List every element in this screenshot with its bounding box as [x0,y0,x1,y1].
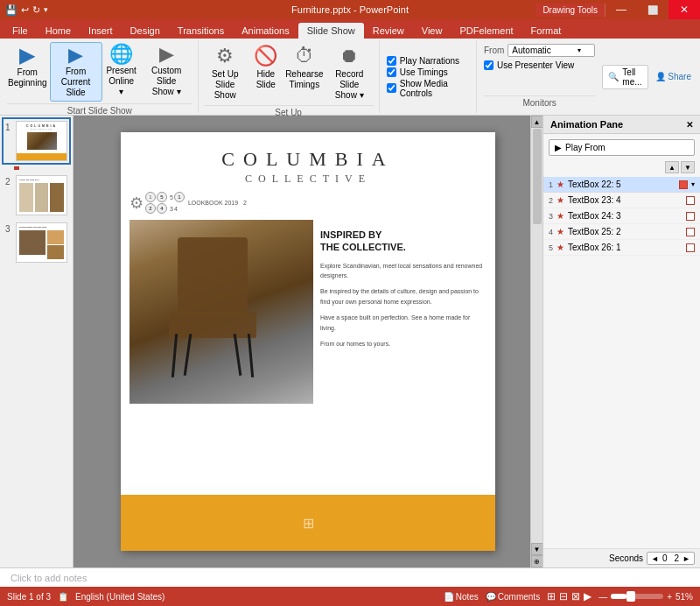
tab-review[interactable]: Review [364,23,413,39]
lookbook-label: LOOKBOOK 2019 [188,200,238,206]
comments-status-label: Comments [498,592,540,602]
anim-num-3: 3 [549,212,553,221]
zoom-label: 51% [676,592,693,602]
use-timings-checkbox[interactable]: Use Timings [387,67,469,77]
share-button[interactable]: 👤 Share [655,72,691,81]
sort-down-button[interactable]: ▼ [681,161,695,173]
scroll-fit-button[interactable]: ⊕ [531,555,543,567]
save-icon[interactable]: 💾 [5,4,18,16]
use-presenter-view-input[interactable] [484,60,494,70]
timeline-controls[interactable]: ◄ 0 2 ► [647,552,695,565]
slideshow-view-button[interactable]: ▶ [584,590,592,602]
tab-slide-show[interactable]: Slide Show [298,23,364,39]
comments-button[interactable]: 💬 Comments [486,592,540,602]
ribbon-group-setup: ⚙ Set UpSlide Show 🚫 HideSlide ⏱ Rehears… [199,40,380,113]
rehearse-timings-button[interactable]: ⏱ RehearseTimings [285,42,324,93]
content-area: 1 COLUMBIA COLLECTIVE 2 LOOK OF THE DAY [0,116,700,567]
slide-title-area: COLUMBIA COLLECTIVE [121,148,495,186]
show-media-controls-checkbox[interactable]: Show Media Controls [387,79,469,98]
tab-design[interactable]: Design [122,23,169,39]
animation-item-5[interactable]: 5 ★ TextBox 26: 1 [543,240,700,256]
notes-button[interactable]: 📄 Notes [444,592,479,602]
timeline-prev-button[interactable]: ◄ [651,554,659,563]
animation-item-4[interactable]: 4 ★ TextBox 25: 2 [543,224,700,240]
monitor-dropdown-row: From Automatic ▾ [484,44,595,57]
monitor-dropdown-value: Automatic [512,46,550,55]
from-beginning-button[interactable]: ▶ FromBeginning [7,42,48,91]
use-timings-label: Use Timings [400,67,448,77]
tab-file[interactable]: File [4,23,37,39]
zoom-out-button[interactable]: — [598,592,607,602]
present-online-label: PresentOnline ▾ [106,66,136,97]
node-4: 4 [157,203,167,214]
monitor-dropdown-arrow: ▾ [578,46,581,54]
ribbon-group-monitors: From Automatic ▾ Use Presenter View Moni… [477,40,602,113]
tell-me-input[interactable]: 🔍 Tell me... [602,65,648,89]
from-beginning-label: FromBeginning [8,67,46,88]
play-narrations-checkbox[interactable]: Play Narrations [387,56,469,66]
node-2: 2 [145,203,156,214]
scroll-up-button[interactable]: ▲ [531,116,543,128]
minimize-button[interactable]: — [606,0,637,19]
restore-button[interactable]: ⬜ [637,0,668,19]
sort-up-button[interactable]: ▲ [665,161,679,173]
zoom-slider[interactable] [611,594,663,599]
anim-dropdown-1[interactable]: ▾ [691,180,695,188]
close-button[interactable]: ✕ [668,0,700,19]
slide-sorter-button[interactable]: ⊟ [559,590,568,602]
tab-insert[interactable]: Insert [80,23,122,39]
set-up-slide-show-button[interactable]: ⚙ Set UpSlide Show [204,42,247,103]
rehearse-timings-icon: ⏱ [295,45,314,67]
tab-format[interactable]: Format [522,23,570,39]
monitor-dropdown[interactable]: Automatic ▾ [508,44,595,57]
slide-canvas[interactable]: COLUMBIA COLLECTIVE ⚙ 1 5 5 1 2 4 3 [121,132,495,551]
present-online-button[interactable]: 🌐 PresentOnline ▾ [104,42,139,100]
node-1b: 1 [174,192,185,202]
play-narrations-input[interactable] [387,56,396,66]
scroll-thumb[interactable] [533,129,542,224]
anim-star-3: ★ [556,211,564,221]
show-media-controls-input[interactable] [387,83,396,93]
notes-view-icon[interactable]: 📋 [58,592,68,602]
play-from-button[interactable]: ▶ Play From [549,139,695,156]
animation-item-2[interactable]: 2 ★ TextBox 23: 4 [543,193,700,208]
anim-star-1: ★ [556,180,564,189]
title-bar: 💾 ↩ ↻ ▾ Furniture.pptx - PowerPoint Draw… [0,0,700,19]
timeline-end: 2 [675,553,680,563]
slide-thumbnail-2[interactable]: 2 LOOK OF THE DAY [4,173,69,217]
tab-animations[interactable]: Animations [233,23,298,39]
redo-icon[interactable]: ↻ [32,4,40,16]
hide-slide-button[interactable]: 🚫 HideSlide [248,42,284,93]
tab-home[interactable]: Home [37,23,80,39]
scroll-down-button[interactable]: ▼ [531,543,543,555]
ribbon-group-start-slideshow: ▶ FromBeginning ▶ FromCurrent Slide 🌐 Pr… [2,40,199,113]
zoom-slider-thumb[interactable] [626,591,635,602]
use-presenter-view-checkbox[interactable]: Use Presenter View [484,60,595,70]
slide-thumbnail-1[interactable]: 1 COLUMBIA COLLECTIVE [4,119,69,163]
zoom-in-button[interactable]: + [667,592,672,602]
tab-view[interactable]: View [413,23,452,39]
anim-num-4: 4 [549,228,553,236]
slide-thumbnail-3[interactable]: 3 FURNITURE COLLECTION [4,221,69,264]
normal-view-button[interactable]: ⊞ [547,590,556,602]
diagram-num-3: 3 [170,206,173,212]
vertical-scrollbar[interactable]: ▲ ▼ ⊕ [530,116,542,567]
animation-item-1[interactable]: 1 ★ TextBox 22: 5 ▾ [543,177,700,193]
custom-slide-show-button[interactable]: ▶ Custom SlideShow ▾ [141,42,192,100]
notes-icon: 📄 [444,592,454,602]
tab-pdfelement[interactable]: PDFelement [451,23,522,39]
notes-bar[interactable]: Click to add notes [0,567,700,587]
use-timings-input[interactable] [387,67,396,77]
timeline-next-button[interactable]: ► [682,554,690,563]
from-current-slide-button[interactable]: ▶ FromCurrent Slide [50,42,102,102]
reading-view-button[interactable]: ⊠ [571,590,580,602]
undo-icon[interactable]: ↩ [21,4,29,16]
inspired-title: INSPIRED BYTHE COLLECTIVE. [320,229,486,254]
record-slide-show-button[interactable]: ⏺ Record SlideShow ▾ [326,42,374,103]
animation-item-3[interactable]: 3 ★ TextBox 24: 3 [543,208,700,224]
animation-pane-close-icon[interactable]: ✕ [686,120,693,130]
slide-3-number: 3 [5,222,14,234]
record-slide-show-icon: ⏺ [340,45,359,67]
tab-transitions[interactable]: Transitions [169,23,233,39]
customize-icon[interactable]: ▾ [44,5,48,14]
